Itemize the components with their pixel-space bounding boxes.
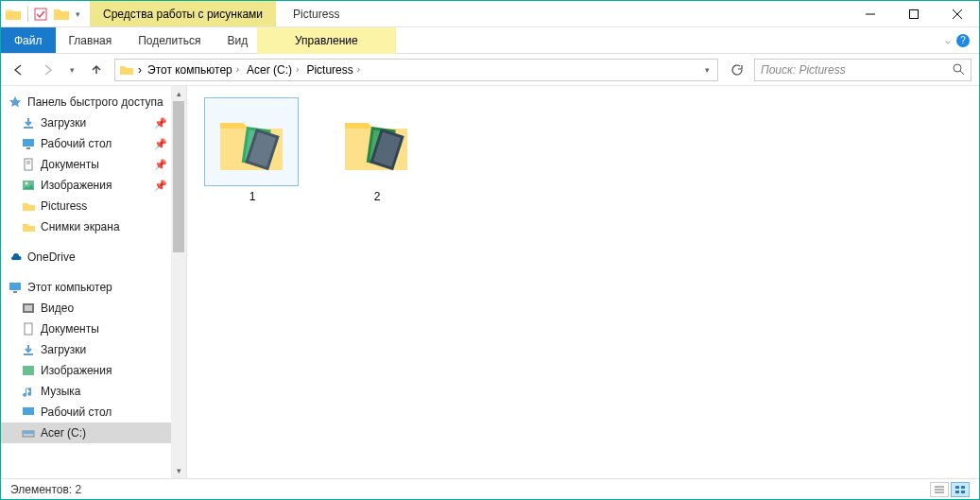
svg-rect-15 — [9, 283, 21, 290]
view-details-button[interactable] — [930, 482, 949, 497]
context-tab-picture-tools[interactable]: Средства работы с рисунками — [90, 1, 276, 26]
sidebar-item-documents2[interactable]: Документы — [1, 319, 171, 339]
scroll-up-icon[interactable]: ▴ — [171, 86, 186, 101]
sidebar-label: Рабочий стол — [41, 137, 112, 150]
folder-icon — [22, 220, 35, 233]
up-button[interactable] — [86, 60, 107, 80]
tab-view[interactable]: Вид — [214, 27, 261, 53]
sidebar-item-documents[interactable]: Документы 📌 — [1, 154, 171, 175]
svg-rect-18 — [25, 305, 32, 311]
search-placeholder: Поиск: Picturess — [761, 63, 846, 77]
sidebar-label: OneDrive — [27, 250, 76, 264]
sidebar-item-pictures2[interactable]: Изображения — [1, 360, 171, 381]
folder-thumbnail — [204, 97, 299, 186]
breadcrumb-folder[interactable]: Picturess› — [304, 63, 362, 77]
svg-rect-2 — [910, 9, 919, 18]
recent-locations-button[interactable]: ▾ — [65, 60, 78, 80]
svg-rect-24 — [23, 431, 34, 434]
maximize-button[interactable] — [892, 1, 936, 26]
sidebar-label: Picturess — [41, 199, 87, 213]
tab-file[interactable]: Файл — [1, 27, 56, 53]
file-list[interactable]: 1 2 — [187, 86, 979, 478]
sidebar-item-onedrive[interactable]: OneDrive — [1, 247, 171, 267]
pin-icon: 📌 — [154, 138, 171, 150]
search-icon[interactable] — [953, 63, 965, 76]
folder-icon — [22, 199, 35, 213]
music-icon — [22, 385, 35, 398]
breadcrumb-this-pc[interactable]: Этот компьютер› — [146, 63, 241, 77]
svg-rect-37 — [961, 486, 965, 489]
sidebar-label: Документы — [41, 158, 99, 171]
pin-icon: 📌 — [154, 180, 171, 192]
folder-icon[interactable] — [53, 6, 70, 23]
window-title: Picturess — [276, 1, 356, 26]
sidebar-item-desktop2[interactable]: Рабочий стол — [1, 402, 171, 422]
scrollbar-thumb[interactable] — [173, 101, 184, 252]
sidebar-item-drive[interactable]: Acer (C:) — [1, 422, 171, 443]
qat-checkbox-icon[interactable] — [34, 8, 47, 21]
folder-item-2[interactable]: 2 — [329, 97, 425, 203]
sidebar-item-desktop[interactable]: Рабочий стол 📌 — [1, 133, 171, 154]
sidebar-label: Загрузки — [41, 116, 86, 129]
desktop-icon — [22, 137, 35, 150]
sidebar-label: Музыка — [41, 385, 80, 398]
view-large-icons-button[interactable] — [951, 482, 970, 497]
sidebar-item-this-pc[interactable]: Этот компьютер — [1, 277, 171, 298]
sidebar-item-downloads2[interactable]: Загрузки — [1, 339, 171, 360]
status-bar: Элементов: 2 — [1, 478, 979, 499]
svg-line-6 — [960, 71, 964, 75]
navigation-pane: Панель быстрого доступа Загрузки 📌 Рабоч… — [1, 86, 187, 478]
svg-rect-38 — [955, 491, 959, 493]
svg-rect-16 — [13, 291, 17, 293]
drive-icon — [22, 426, 35, 440]
qat-dropdown-icon[interactable]: ▾ — [76, 9, 80, 19]
svg-rect-20 — [24, 353, 33, 355]
help-icon[interactable]: ? — [956, 34, 970, 47]
folder-icon — [5, 6, 22, 23]
sidebar-item-screenshots[interactable]: Снимки экрана — [1, 216, 171, 237]
sidebar-scrollbar[interactable]: ▴ ▾ — [171, 86, 186, 478]
sidebar-item-quick-access[interactable]: Панель быстрого доступа — [1, 92, 171, 112]
sidebar-item-pictures[interactable]: Изображения 📌 — [1, 175, 171, 196]
onedrive-icon — [9, 250, 22, 264]
folder-item-1[interactable]: 1 — [204, 97, 301, 203]
address-dropdown-icon[interactable]: ▾ — [705, 65, 710, 75]
ribbon-collapse-icon[interactable]: ⌵ — [945, 35, 951, 45]
svg-point-5 — [954, 64, 961, 72]
svg-rect-19 — [25, 323, 32, 335]
tab-home[interactable]: Главная — [56, 27, 126, 53]
quick-access-icon — [9, 95, 22, 109]
minimize-button[interactable] — [849, 1, 892, 26]
folder-label: 1 — [204, 190, 301, 203]
sidebar-item-music[interactable]: Музыка — [1, 381, 171, 402]
svg-rect-8 — [23, 139, 34, 147]
sidebar-label: Загрузки — [41, 343, 86, 356]
search-input[interactable]: Поиск: Picturess — [754, 59, 971, 81]
item-count: Элементов: 2 — [10, 483, 81, 496]
forward-button[interactable] — [37, 60, 58, 80]
tab-manage[interactable]: Управление — [257, 27, 396, 54]
tab-share[interactable]: Поделиться — [125, 27, 214, 53]
sidebar-label: Этот компьютер — [27, 281, 112, 294]
scroll-down-icon[interactable]: ▾ — [171, 463, 186, 478]
folder-icon — [119, 62, 134, 78]
svg-rect-21 — [23, 366, 34, 375]
svg-rect-22 — [23, 407, 34, 415]
sidebar-label: Изображения — [41, 179, 112, 192]
back-button[interactable] — [9, 60, 29, 80]
sidebar-label: Рабочий стол — [41, 405, 112, 419]
sidebar-label: Видео — [41, 302, 74, 315]
close-button[interactable] — [936, 1, 979, 26]
sidebar-item-picturess[interactable]: Picturess — [1, 196, 171, 216]
chevron-right-icon[interactable]: › — [138, 63, 142, 77]
breadcrumb-drive[interactable]: Acer (C:)› — [245, 63, 301, 77]
video-icon — [22, 302, 35, 315]
sidebar-item-downloads[interactable]: Загрузки 📌 — [1, 112, 171, 133]
address-bar[interactable]: › Этот компьютер› Acer (C:)› Picturess› … — [114, 59, 718, 81]
picture-icon — [22, 364, 35, 377]
sidebar-label: Документы — [41, 322, 99, 336]
refresh-button[interactable] — [726, 60, 747, 80]
sidebar-item-video[interactable]: Видео — [1, 298, 171, 319]
folder-label: 2 — [329, 190, 425, 203]
folder-thumbnail — [329, 97, 423, 186]
